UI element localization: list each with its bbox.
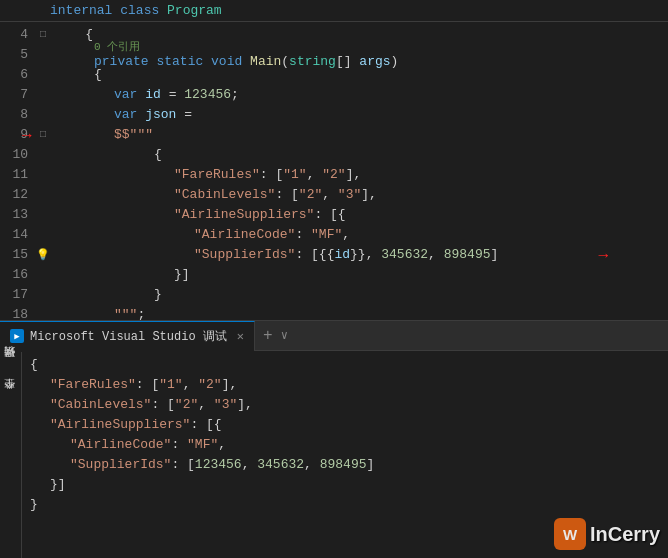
line-content: "AirlineSuppliers": [{ — [50, 207, 668, 222]
line-content: → $$""" — [50, 127, 668, 142]
bottom-panel: ▶ Microsoft Visual Studio 调试 ✕ + ∨ 错误列 整… — [0, 320, 668, 558]
output-line-7: }] — [30, 475, 660, 495]
code-line-8: 8 var json = — [0, 104, 668, 124]
line-number: 14 — [0, 227, 36, 242]
line-number: 8 — [0, 107, 36, 122]
panel-left-bar: 错误列 整个 — [0, 352, 22, 558]
line-content: var id = 123456; — [50, 87, 668, 102]
lightbulb-icon[interactable]: 💡 — [36, 249, 50, 261]
output-line-3: "CabinLevels": ["2", "3"], — [30, 395, 660, 415]
line-number: 16 — [0, 267, 36, 282]
code-line-13: 13 "AirlineSuppliers": [{ — [0, 204, 668, 224]
line-number: 12 — [0, 187, 36, 202]
code-line-12: 12 "CabinLevels": ["2", "3"], — [0, 184, 668, 204]
output-line-5: "AirlineCode": "MF", — [30, 435, 660, 455]
line-content: "SupplierIds": [{{id}}, 345632, 898495] … — [50, 247, 668, 262]
editor-container: 4 □ { 5 0 个引用 private static void Main(s… — [0, 0, 668, 558]
code-line-9: 9 □ → $$""" — [0, 124, 668, 144]
output-line-2: "FareRules": ["1", "2"], — [30, 375, 660, 395]
panel-tabs: ▶ Microsoft Visual Studio 调试 ✕ + ∨ — [0, 321, 668, 351]
output-line-6: "SupplierIds": [123456, 345632, 898495] — [30, 455, 660, 475]
code-line-15: 15 💡 "SupplierIds": [{{id}}, 345632, 898… — [0, 244, 668, 264]
class-header: internal class Program — [50, 3, 222, 18]
line-number: 10 — [0, 147, 36, 162]
line-content: var json = — [50, 107, 668, 122]
line-content: "AirlineCode": "MF", — [50, 227, 668, 242]
line-number: 13 — [0, 207, 36, 222]
watermark-text: InCerry — [590, 523, 660, 546]
output-line-1: { — [30, 355, 660, 375]
line-number: 17 — [0, 287, 36, 302]
tab-close-icon[interactable]: ✕ — [237, 329, 244, 344]
line-content: """; — [50, 307, 668, 321]
tab-plus-icon[interactable]: + — [255, 327, 281, 345]
line-content: } — [50, 287, 668, 302]
tab-debug[interactable]: ▶ Microsoft Visual Studio 调试 ✕ — [0, 321, 255, 351]
fold-icon[interactable]: □ — [36, 29, 50, 40]
tab-label: Microsoft Visual Studio 调试 — [30, 328, 227, 345]
code-line-10: 10 { — [0, 144, 668, 164]
line-number: 15 — [0, 247, 36, 262]
code-line-14: 14 "AirlineCode": "MF", — [0, 224, 668, 244]
watermark: W InCerry — [554, 518, 660, 550]
line-number: 11 — [0, 167, 36, 182]
editor-area[interactable]: 4 □ { 5 0 个引用 private static void Main(s… — [0, 22, 668, 320]
line-number: 6 — [0, 67, 36, 82]
line-content: "FareRules": ["1", "2"], — [50, 167, 668, 182]
line-number: 4 — [0, 27, 36, 42]
line-content: }] — [50, 267, 668, 282]
tab-icon: ▶ — [10, 329, 24, 343]
code-line-17: 17 } — [0, 284, 668, 304]
output-line-8: } — [30, 495, 660, 515]
line-content: { — [50, 67, 668, 82]
line-content: { — [50, 147, 668, 162]
watermark-logo: W — [554, 518, 586, 550]
line-number: 5 — [0, 47, 36, 62]
code-line-5: 5 0 个引用 private static void Main(string[… — [0, 44, 668, 64]
code-line-18: 18 """; — [0, 304, 668, 320]
code-line-6: 6 { — [0, 64, 668, 84]
line-number: 18 — [0, 307, 36, 321]
code-line-11: 11 "FareRules": ["1", "2"], — [0, 164, 668, 184]
panel-content: { "FareRules": ["1", "2"], "CabinLevels"… — [22, 351, 668, 519]
fold-icon[interactable]: 💡 — [36, 248, 50, 261]
tab-chevron-icon[interactable]: ∨ — [281, 328, 288, 343]
code-line-16: 16 }] — [0, 264, 668, 284]
line-content: "CabinLevels": ["2", "3"], — [50, 187, 668, 202]
line-number: 7 — [0, 87, 36, 102]
code-line-7: 7 var id = 123456; — [0, 84, 668, 104]
header-bar: internal class Program — [0, 0, 668, 22]
output-line-4: "AirlineSuppliers": [{ — [30, 415, 660, 435]
fold-icon[interactable]: □ — [36, 129, 50, 140]
